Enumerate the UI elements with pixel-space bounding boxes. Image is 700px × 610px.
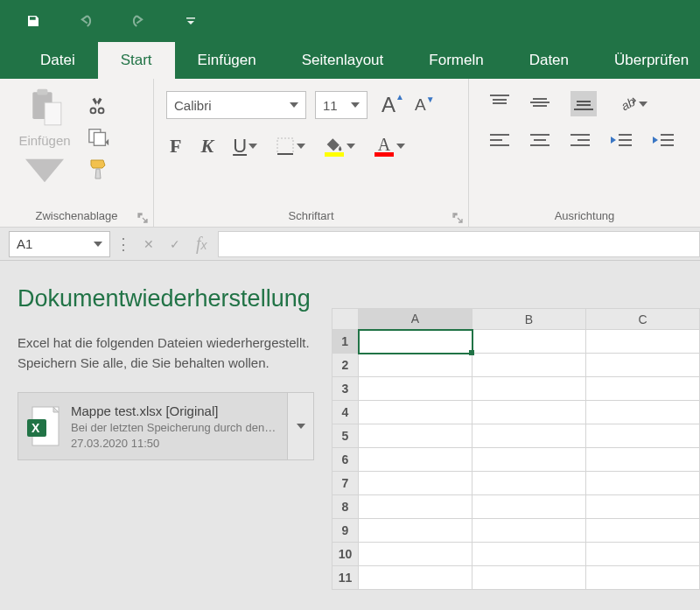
- font-family-combo[interactable]: Calibri: [166, 91, 306, 119]
- qat-customize-button[interactable]: [182, 12, 200, 30]
- cell[interactable]: [472, 424, 586, 448]
- insert-function-button[interactable]: fx: [196, 234, 207, 254]
- cell[interactable]: [359, 330, 472, 354]
- cell[interactable]: [586, 519, 700, 543]
- column-header[interactable]: C: [586, 309, 700, 330]
- cell[interactable]: [472, 377, 586, 401]
- row-header[interactable]: 11: [332, 566, 359, 590]
- increase-font-button[interactable]: A▲: [376, 93, 401, 117]
- font-color-swatch: [374, 152, 394, 157]
- tab-file[interactable]: Datei: [18, 42, 98, 79]
- increase-indent-button[interactable]: [653, 132, 674, 151]
- dialog-launcher-icon[interactable]: [137, 213, 148, 223]
- row-header[interactable]: 8: [332, 495, 359, 519]
- cell[interactable]: [472, 330, 586, 354]
- cell[interactable]: [359, 401, 472, 424]
- font-color-button[interactable]: A: [374, 137, 405, 157]
- svg-rect-7: [277, 138, 293, 154]
- cell[interactable]: [586, 448, 700, 472]
- tab-review[interactable]: Überprüfen: [592, 42, 700, 79]
- row-header[interactable]: 7: [332, 472, 359, 495]
- tab-insert[interactable]: Einfügen: [175, 42, 279, 79]
- row-header[interactable]: 5: [332, 424, 359, 448]
- namebox-resize-handle[interactable]: ⋮: [116, 240, 131, 249]
- cell[interactable]: [359, 448, 472, 472]
- tab-data[interactable]: Daten: [507, 42, 592, 79]
- format-painter-button[interactable]: [88, 156, 110, 184]
- tab-formulas[interactable]: Formeln: [406, 42, 506, 79]
- cell[interactable]: [359, 424, 472, 448]
- orientation-button[interactable]: ab: [618, 95, 648, 114]
- borders-button[interactable]: [276, 137, 305, 155]
- recovery-item-dropdown[interactable]: [287, 393, 313, 459]
- column-header[interactable]: A: [359, 309, 472, 330]
- align-middle-button[interactable]: [530, 95, 550, 113]
- align-bottom-button[interactable]: [570, 91, 597, 116]
- row-header[interactable]: 6: [332, 448, 359, 472]
- decrease-font-button[interactable]: A▼: [410, 95, 431, 115]
- align-left-button[interactable]: [490, 132, 509, 151]
- fill-color-button[interactable]: [325, 137, 355, 157]
- row-header[interactable]: 1: [332, 330, 359, 354]
- chevron-down-icon: [290, 101, 298, 109]
- cell[interactable]: [586, 495, 700, 519]
- cell[interactable]: [472, 448, 586, 472]
- cell[interactable]: [359, 377, 472, 401]
- cell[interactable]: [472, 354, 586, 377]
- cell[interactable]: [472, 519, 586, 543]
- italic-button[interactable]: K: [200, 135, 214, 158]
- column-header[interactable]: B: [472, 309, 586, 330]
- cell[interactable]: [586, 354, 700, 377]
- formula-input[interactable]: [218, 231, 700, 257]
- tab-home[interactable]: Start: [98, 42, 175, 79]
- cell[interactable]: [472, 495, 586, 519]
- cell[interactable]: [359, 354, 472, 377]
- align-right-button[interactable]: [570, 132, 590, 151]
- cell[interactable]: [472, 566, 586, 590]
- cell[interactable]: [586, 424, 700, 448]
- underline-button[interactable]: U: [233, 135, 257, 158]
- row-header[interactable]: 4: [332, 401, 359, 424]
- cell[interactable]: [359, 495, 472, 519]
- cell[interactable]: [359, 472, 472, 495]
- recovery-item[interactable]: X Mappe test.xlsx [Original] Bei der let…: [18, 392, 314, 460]
- dialog-launcher-icon[interactable]: [452, 213, 463, 223]
- cell[interactable]: [586, 330, 700, 354]
- bold-button[interactable]: F: [170, 135, 181, 158]
- copy-icon: [88, 127, 110, 148]
- cell[interactable]: [586, 543, 700, 566]
- border-icon: [276, 137, 294, 155]
- redo-button[interactable]: [130, 12, 147, 30]
- cell[interactable]: [359, 566, 472, 590]
- row-header[interactable]: 3: [332, 377, 359, 401]
- font-size-combo[interactable]: 11: [315, 91, 368, 119]
- cell[interactable]: [586, 472, 700, 495]
- accept-formula-button[interactable]: ✓: [170, 237, 180, 251]
- align-center-button[interactable]: [530, 132, 550, 151]
- cell[interactable]: [472, 472, 586, 495]
- cell[interactable]: [586, 566, 700, 590]
- undo-button[interactable]: [77, 12, 94, 30]
- name-box[interactable]: A1: [9, 231, 110, 257]
- row-header[interactable]: 10: [332, 543, 359, 566]
- copy-button[interactable]: [88, 123, 110, 151]
- cell[interactable]: [586, 401, 700, 424]
- cell[interactable]: [586, 377, 700, 401]
- cell[interactable]: [472, 543, 586, 566]
- paste-button[interactable]: Einfügen: [14, 88, 75, 204]
- cell[interactable]: [359, 519, 472, 543]
- decrease-indent-button[interactable]: [611, 132, 632, 151]
- cell[interactable]: [472, 401, 586, 424]
- cut-button[interactable]: [88, 91, 110, 119]
- cancel-formula-button[interactable]: ✕: [144, 237, 154, 251]
- tab-layout[interactable]: Seitenlayout: [279, 42, 407, 79]
- align-top-button[interactable]: [490, 95, 509, 113]
- row-header[interactable]: 2: [332, 354, 359, 377]
- chevron-down-icon: [297, 424, 305, 429]
- spreadsheet-grid[interactable]: ABC1234567891011: [332, 261, 700, 610]
- select-all-corner[interactable]: [332, 309, 359, 330]
- cell[interactable]: [359, 543, 472, 566]
- row-header[interactable]: 9: [332, 519, 359, 543]
- save-button[interactable]: [24, 12, 42, 30]
- decrease-indent-icon: [611, 132, 632, 148]
